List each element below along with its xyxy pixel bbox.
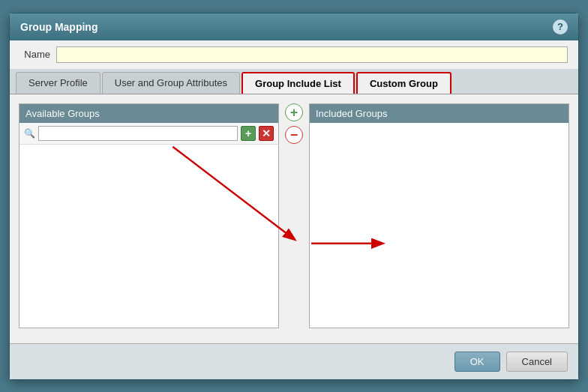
help-icon[interactable]: ? [553,19,568,34]
search-row: 🔍 + ✕ [20,123,278,145]
dialog-header: Group Mapping ? [10,13,578,40]
search-clear-button[interactable]: ✕ [259,126,274,141]
included-groups-panel: Included Groups [309,103,569,328]
dialog-footer: OK Cancel [10,343,578,379]
group-mapping-dialog: Group Mapping ? Name Server Profile User… [9,13,579,380]
search-go-button[interactable]: + [241,126,256,141]
search-input[interactable] [38,126,238,141]
tab-group-include-list[interactable]: Group Include List [242,72,355,94]
tab-custom-group[interactable]: Custom Group [356,72,452,94]
tabs-bar: Server Profile User and Group Attributes… [10,69,578,94]
remove-from-included-button[interactable]: − [285,126,303,144]
available-groups-list[interactable] [20,145,278,328]
ok-button[interactable]: OK [454,352,500,372]
transfer-buttons: + − [279,103,309,144]
groups-container: Available Groups 🔍 + ✕ + − [19,103,569,334]
tab-content: Available Groups 🔍 + ✕ + − [10,94,578,343]
add-to-included-button[interactable]: + [285,103,303,121]
name-label: Name [20,49,50,60]
tab-user-group-attributes[interactable]: User and Group Attributes [102,72,240,94]
tab-server-profile[interactable]: Server Profile [16,72,100,94]
name-row: Name [10,40,578,69]
included-groups-header: Included Groups [310,104,568,123]
available-groups-header: Available Groups [20,104,278,123]
search-icon: 🔍 [24,128,35,139]
cancel-button[interactable]: Cancel [506,352,568,372]
content-area: Available Groups 🔍 + ✕ + − [19,103,569,334]
available-groups-panel: Available Groups 🔍 + ✕ [19,103,279,328]
dialog-title: Group Mapping [20,21,98,33]
name-input[interactable] [56,46,568,63]
included-groups-list[interactable] [310,123,568,328]
